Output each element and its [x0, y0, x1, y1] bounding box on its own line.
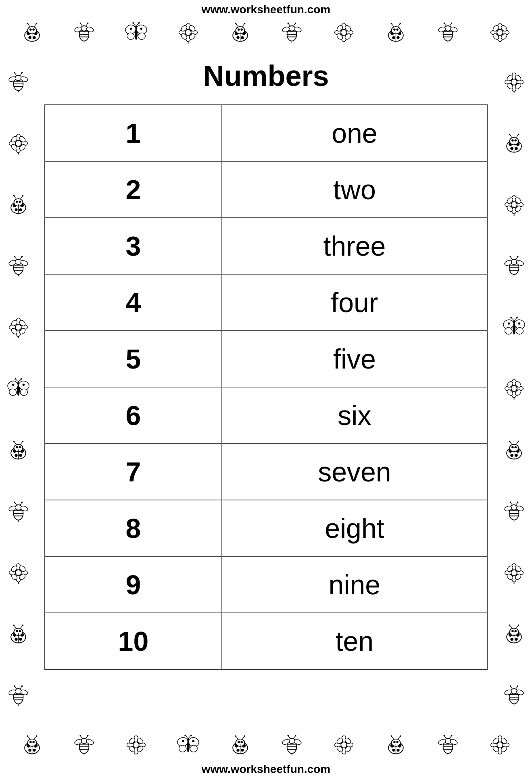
bottom-bee-2	[281, 734, 303, 758]
svg-point-338	[509, 501, 511, 503]
svg-point-493	[497, 742, 503, 748]
word-cell: two	[222, 161, 487, 218]
svg-point-385	[32, 741, 35, 743]
svg-point-181	[12, 384, 14, 386]
svg-point-401	[87, 735, 89, 737]
header-area: www.worksheetfun.com	[0, 0, 532, 47]
svg-point-436	[244, 735, 245, 737]
svg-point-482	[451, 735, 453, 737]
svg-point-193	[16, 446, 18, 448]
flower-icon	[177, 21, 199, 45]
svg-point-199	[22, 440, 23, 442]
svg-point-105	[451, 23, 453, 24]
right-border	[496, 47, 532, 732]
svg-point-50	[236, 36, 239, 39]
svg-point-323	[511, 446, 514, 448]
svg-point-399	[79, 735, 81, 737]
bee-icon	[73, 21, 95, 45]
numeral-cell: 8	[45, 500, 222, 556]
left-flower-1	[7, 132, 29, 156]
table-row: 8eight	[45, 500, 487, 556]
svg-point-419	[192, 740, 194, 743]
svg-point-447	[295, 735, 296, 737]
svg-point-315	[511, 386, 517, 392]
svg-point-303	[510, 317, 512, 319]
numeral-cell: 5	[45, 331, 222, 387]
svg-point-147	[19, 201, 21, 203]
svg-point-376	[517, 685, 518, 687]
svg-point-10	[27, 23, 29, 25]
svg-point-146	[16, 201, 18, 203]
table-row: 7seven	[45, 444, 487, 500]
flower-icon-3	[489, 21, 511, 45]
svg-point-365	[517, 624, 519, 626]
svg-point-269	[509, 134, 510, 135]
svg-point-431	[240, 741, 243, 743]
word-cell: eight	[222, 500, 487, 556]
svg-point-235	[22, 624, 23, 626]
header-url: www.worksheetfun.com	[202, 0, 330, 19]
right-ladybug-3	[503, 623, 525, 647]
svg-point-381	[28, 749, 31, 752]
bottom-ladybug-3	[385, 734, 407, 758]
svg-point-230	[19, 630, 21, 632]
svg-point-92	[391, 23, 392, 25]
svg-point-480	[444, 735, 445, 737]
right-flower-4	[503, 562, 525, 585]
center-content: Numbers 1one2two3three4four5five6six7sev…	[36, 47, 496, 732]
bottom-bee-1	[73, 734, 95, 758]
svg-point-33	[132, 22, 134, 24]
svg-point-161	[14, 256, 15, 258]
svg-point-262	[510, 147, 513, 150]
svg-point-208	[14, 501, 15, 503]
numeral-cell: 1	[45, 105, 222, 161]
word-cell: six	[222, 387, 487, 444]
table-row: 6six	[45, 387, 487, 444]
svg-point-327	[509, 440, 510, 442]
svg-point-86	[397, 36, 400, 39]
bottom-ladybug-2	[229, 734, 251, 758]
svg-point-194	[19, 446, 21, 448]
bottom-border-icons	[0, 732, 532, 760]
word-cell: nine	[222, 556, 487, 613]
left-flower-3	[7, 562, 29, 585]
svg-point-340	[517, 501, 518, 503]
svg-point-174	[15, 325, 21, 331]
left-bee-3	[7, 500, 29, 524]
svg-point-329	[517, 440, 519, 442]
svg-point-233	[13, 624, 15, 626]
left-border	[0, 47, 36, 732]
svg-point-190	[15, 454, 17, 456]
right-bee-2	[503, 500, 525, 524]
svg-point-382	[33, 749, 35, 752]
svg-point-54	[240, 28, 243, 31]
svg-point-458	[341, 742, 347, 748]
svg-point-412	[133, 742, 139, 748]
svg-point-23	[87, 23, 89, 24]
svg-point-57	[235, 23, 236, 25]
svg-point-423	[190, 735, 192, 736]
svg-point-88	[393, 28, 396, 31]
svg-point-103	[444, 23, 445, 24]
svg-point-374	[509, 685, 511, 687]
bee-icon-3	[437, 21, 459, 45]
svg-point-31	[140, 28, 142, 30]
svg-point-384	[29, 741, 32, 743]
svg-point-463	[397, 749, 400, 752]
svg-point-445	[288, 735, 289, 737]
svg-point-265	[511, 140, 514, 142]
right-flower-1	[503, 71, 525, 95]
word-cell: one	[222, 105, 487, 161]
svg-point-421	[184, 735, 186, 736]
svg-point-266	[514, 140, 517, 142]
svg-point-150	[13, 195, 15, 197]
middle-section: Numbers 1one2two3three4four5five6six7sev…	[0, 47, 532, 732]
svg-point-244	[14, 685, 15, 687]
svg-point-320	[510, 454, 513, 456]
svg-point-469	[391, 735, 392, 737]
svg-point-59	[244, 23, 245, 25]
svg-point-7	[32, 28, 35, 31]
ladybug-icon-2	[229, 21, 251, 45]
svg-point-465	[393, 741, 396, 743]
left-ladybug-2	[7, 439, 29, 463]
